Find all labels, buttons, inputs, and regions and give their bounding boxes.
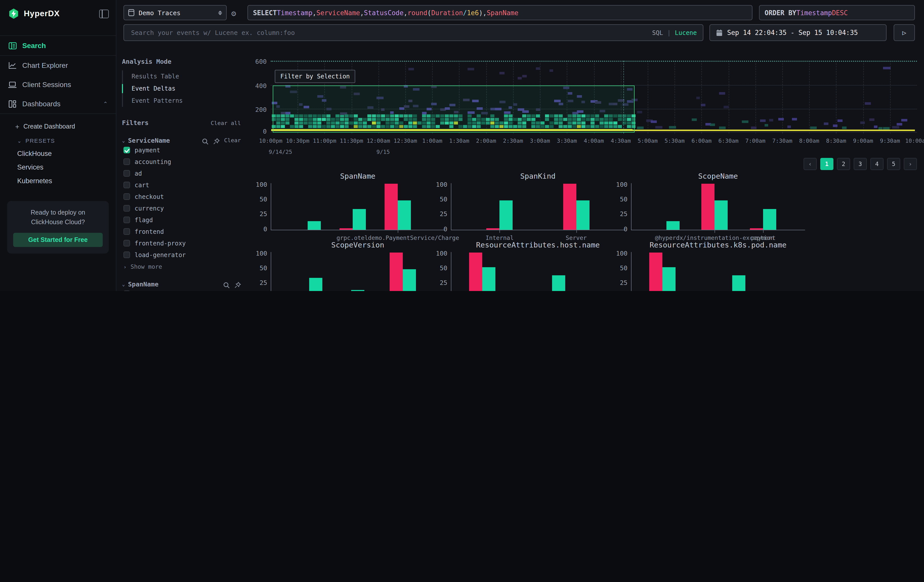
checkbox[interactable] (124, 228, 130, 235)
analysis-mode-event-patterns[interactable]: Event Patterns (123, 95, 241, 107)
bar-inside-selection[interactable] (649, 252, 662, 291)
sidebar-item-chart-explorer[interactable]: Chart Explorer (0, 56, 116, 75)
chart-ytick: 100 (436, 251, 447, 257)
filter-option-flagd[interactable]: flagd (122, 214, 241, 226)
checkbox[interactable] (124, 182, 130, 188)
filter-option-accounting[interactable]: accounting (122, 156, 241, 168)
preset-kubernetes[interactable]: Kubernetes (0, 174, 116, 188)
bar-outside-selection[interactable] (576, 200, 589, 230)
checkbox[interactable] (124, 217, 130, 223)
page-button-3[interactable]: 3 (854, 158, 867, 170)
filter-group-spanname: ⌄SpanNamechangeclickdocumentFetchdocumen… (122, 280, 241, 291)
checkbox[interactable] (124, 170, 130, 176)
date-range-picker[interactable]: Sep 14 22:04:35 - Sep 15 10:04:35 (710, 24, 886, 41)
bar-outside-selection[interactable] (714, 200, 728, 230)
get-started-button[interactable]: Get Started for Free (13, 233, 103, 247)
filter-option-frontend[interactable]: frontend (122, 226, 241, 237)
sidebar-item-client-sessions[interactable]: Client Sessions (0, 75, 116, 94)
filter-group-title[interactable]: ServiceName (128, 137, 170, 144)
checkbox[interactable] (124, 240, 130, 246)
bar-outside-selection[interactable] (398, 200, 411, 230)
checkbox[interactable] (124, 147, 130, 153)
filter-by-selection-button[interactable]: Filter by Selection (275, 70, 355, 83)
sidebar-item-search[interactable]: Search (0, 35, 116, 56)
preset-services[interactable]: Services (0, 160, 116, 174)
filter-group-servicename: ⌄ServiceNameClearpaymentaccountingadcart… (122, 137, 241, 270)
bar-outside-selection[interactable] (662, 267, 676, 291)
page-button-1[interactable]: 1 (820, 158, 833, 170)
filter-option-ad[interactable]: ad (122, 168, 241, 179)
clear-all-button[interactable]: Clear all (211, 120, 241, 127)
play-icon: ▷ (902, 29, 906, 36)
heatmap-xtick: 7:00am (745, 138, 766, 144)
run-query-button[interactable]: ▷ (894, 24, 915, 41)
heatmap-xtick: 1:00am (422, 138, 442, 144)
clear-filter-button[interactable]: Clear (224, 137, 241, 144)
bar-outside-selection[interactable] (482, 267, 495, 291)
presets-toggle[interactable]: ⌄ PRESETS (0, 134, 116, 147)
bar-outside-selection[interactable] (500, 200, 513, 230)
sidebar-collapse-icon[interactable] (99, 9, 109, 18)
search-icon[interactable] (202, 137, 208, 144)
checkbox[interactable] (124, 290, 130, 291)
analysis-mode-results-table[interactable]: Results Table (123, 70, 241, 82)
calendar-icon (716, 29, 723, 36)
filter-option-frontend-proxy[interactable]: frontend-proxy (122, 237, 241, 249)
bar-inside-selection[interactable] (701, 184, 714, 230)
bar-outside-selection[interactable] (552, 275, 566, 291)
checkbox[interactable] (124, 252, 130, 258)
preset-clickhouse[interactable]: ClickHouse (0, 147, 116, 160)
filter-group-title[interactable]: SpanName (128, 280, 158, 288)
search-icon[interactable] (223, 281, 230, 287)
heatmap-xtick: 8:00am (799, 138, 820, 144)
page-next-button[interactable]: › (904, 158, 917, 170)
order-by-input[interactable]: ORDER BY Timestamp DESC (759, 5, 915, 20)
bar-cluster (296, 278, 322, 291)
create-dashboard-button[interactable]: + Create Dashboard (0, 119, 116, 134)
checkbox[interactable] (124, 205, 130, 211)
gear-icon[interactable]: ⚙ (231, 8, 236, 18)
sql-select-input[interactable]: SELECT Timestamp, ServiceName, StatusCod… (248, 5, 752, 20)
bar-outside-selection[interactable] (733, 275, 746, 291)
bar-outside-selection[interactable] (403, 269, 416, 291)
filter-option-cart[interactable]: cart (122, 179, 241, 191)
source-select[interactable]: Demo Traces (124, 5, 227, 20)
bar-inside-selection[interactable] (384, 184, 398, 230)
bar-inside-selection[interactable] (487, 228, 500, 230)
bar-inside-selection[interactable] (750, 228, 763, 230)
page-button-5[interactable]: 5 (887, 158, 900, 170)
bar-outside-selection[interactable] (351, 290, 364, 291)
language-toggle-lucene[interactable]: Lucene (675, 29, 697, 36)
bar-inside-selection[interactable] (563, 184, 576, 230)
filter-option-currency[interactable]: currency (122, 203, 241, 214)
page-button-2[interactable]: 2 (837, 158, 850, 170)
events-heatmap[interactable]: Filter by Selection (271, 61, 917, 134)
chart-xlabel: grpc.oteldemo.PaymentService/Charge (337, 234, 459, 241)
search-input[interactable] (130, 28, 648, 37)
chart-xlabel: payment (751, 234, 776, 241)
filter-option-load-generator[interactable]: load-generator (122, 249, 241, 260)
pin-icon[interactable] (234, 281, 241, 287)
checkbox[interactable] (124, 158, 130, 165)
bar-inside-selection[interactable] (469, 252, 482, 291)
show-more-button[interactable]: ›Show more (122, 260, 241, 270)
page-prev-button[interactable]: ‹ (804, 158, 817, 170)
heatmap-xtick: 10:00am (905, 138, 924, 144)
pin-icon[interactable] (213, 137, 219, 144)
analysis-mode-event-deltas[interactable]: Event Deltas (123, 82, 241, 95)
filter-option-checkout[interactable]: checkout (122, 191, 241, 203)
bar-outside-selection[interactable] (763, 209, 777, 230)
filter-option-payment[interactable]: payment (122, 144, 241, 156)
sidebar-item-dashboards[interactable]: Dashboards⌃ (0, 94, 116, 114)
bar-outside-selection[interactable] (308, 221, 321, 230)
language-toggle-sql[interactable]: SQL (652, 29, 663, 36)
bar-outside-selection[interactable] (352, 209, 366, 230)
checkbox[interactable] (124, 193, 130, 200)
chart-scopeversion: ScopeVersion025501000.1.00.51.1 (271, 241, 445, 291)
bar-outside-selection[interactable] (309, 278, 322, 291)
bar-inside-selection[interactable] (390, 252, 403, 291)
heatmap-selection[interactable] (273, 86, 635, 133)
bar-outside-selection[interactable] (666, 221, 679, 230)
page-button-4[interactable]: 4 (870, 158, 884, 170)
bar-inside-selection[interactable] (339, 228, 352, 230)
